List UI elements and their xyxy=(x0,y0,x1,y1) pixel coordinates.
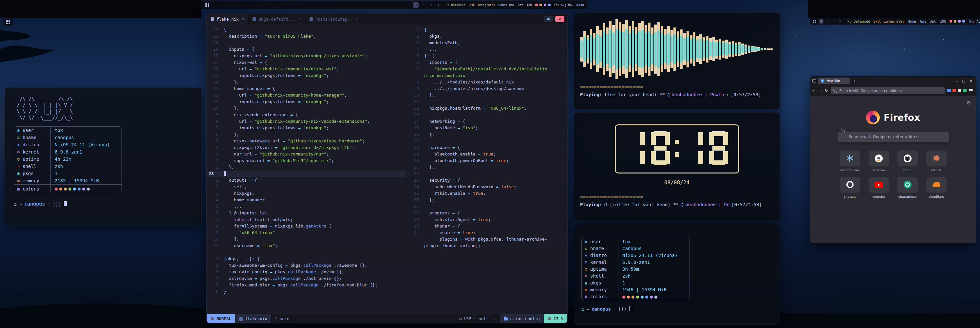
amazon-icon: a xyxy=(875,155,883,162)
code-line: 19 bluetooth.enable = true; xyxy=(407,151,567,157)
shortcut-tile-chatgpt[interactable]: chatgpt xyxy=(840,177,861,198)
personalize-gear-icon[interactable]: ⚙ xyxy=(966,100,970,105)
shortcut-tile-cloudflare[interactable]: cloudflare xyxy=(926,177,947,198)
launcher-icon[interactable] xyxy=(6,20,10,24)
workspace-4[interactable]: 4 xyxy=(436,2,441,8)
line-number: 10 xyxy=(207,105,218,112)
workspace-2[interactable]: 2 xyxy=(420,2,426,8)
status-widgets: P: Balanced GPU: Integrated Home: 8ms Ba… xyxy=(446,3,584,6)
visualizer-bar xyxy=(760,48,763,51)
line-number: 14 xyxy=(407,118,419,125)
visualizer-bar xyxy=(587,35,589,63)
code-line: 31 enable = true; xyxy=(407,230,567,236)
visualizer-bar xyxy=(745,44,747,54)
line-number: 17 xyxy=(407,138,419,144)
wifi-icon[interactable] xyxy=(963,20,965,22)
extension-icon-blue[interactable] xyxy=(947,89,951,92)
extension-icon-red[interactable] xyxy=(953,89,956,92)
home-icon: ⌂ xyxy=(581,306,584,312)
shortcut-tile-youtube[interactable]: youtube xyxy=(868,177,889,198)
workspace-1[interactable]: 1 xyxy=(819,19,823,24)
palette-dot xyxy=(64,188,67,190)
newtab-search-input[interactable] xyxy=(837,132,949,142)
workspace-3[interactable]: 3 xyxy=(832,19,836,24)
shortcut-label: search.nixos xyxy=(840,168,859,172)
new-tab-button[interactable]: + xyxy=(852,79,858,84)
close-button[interactable]: × xyxy=(970,79,972,83)
buffer-menu-button[interactable] xyxy=(544,16,553,22)
visualizer-bar xyxy=(735,43,738,55)
workspace-4[interactable]: 4 xyxy=(838,19,842,24)
extension-icon-green[interactable] xyxy=(963,89,967,92)
visualizer-bar xyxy=(596,26,599,72)
hname-icon: ⌂ xyxy=(14,135,22,140)
volume-icon[interactable] xyxy=(535,3,538,6)
shortcut-tile-search.nixos[interactable]: search.nixos xyxy=(840,151,861,172)
shortcut-tile-amazon[interactable]: aamazon xyxy=(868,151,889,172)
extension-icon-light[interactable] xyxy=(958,89,961,92)
visualizer-bar xyxy=(664,29,667,70)
volume-icon[interactable] xyxy=(950,20,952,22)
workspace-1[interactable]: 1 xyxy=(413,2,418,8)
minimize-button[interactable]: – xyxy=(956,79,958,83)
code-pane-pkgs[interactable]: 1{pkgs, ...}: {2 tux-awesome-wm-config =… xyxy=(207,254,567,314)
workspace-2[interactable]: 2 xyxy=(826,19,830,24)
tab-close-icon[interactable]: × xyxy=(299,17,301,22)
code-pane-flake[interactable]: 22{21 description = "tux's NixOS Flake";… xyxy=(207,25,407,254)
clock-status[interactable]: Thu Aug 08, 18:18 xyxy=(968,19,980,23)
line-number: 7 xyxy=(207,125,218,131)
shortcut-tile-claude[interactable]: claude xyxy=(926,151,947,172)
wifi-icon[interactable] xyxy=(548,3,550,6)
maximize-button[interactable]: ▢ xyxy=(962,79,965,83)
clock-panel[interactable]: 08/08/24 ======================> Playing… xyxy=(574,112,780,222)
address-bar[interactable]: Search with Google or enter address xyxy=(830,87,945,94)
launcher-icon[interactable] xyxy=(205,3,209,7)
tab-new-tab[interactable]: New Tab xyxy=(818,78,850,84)
tab-close-icon[interactable]: × xyxy=(242,17,245,22)
editor-tabline: flake.nix×pkgs/default...×hosts/isoImag.… xyxy=(207,13,567,25)
cava-visualizer-panel[interactable]: ======================> Playing:ffee for… xyxy=(574,13,780,109)
back-button[interactable]: ← xyxy=(813,89,816,93)
line-number: 4 xyxy=(407,46,419,53)
launcher-icon[interactable] xyxy=(813,20,816,23)
line-number: 2 xyxy=(207,184,218,190)
clock-status[interactable]: Thu Aug 08, 18:18 xyxy=(554,3,584,6)
tab-close-icon[interactable]: × xyxy=(356,17,358,22)
visualizer-bar xyxy=(715,40,718,59)
terminal-fetch-right[interactable]: ◉usertux⌂hnamecanopus◈distroNixOS 24.11 … xyxy=(574,225,780,325)
mic-icon[interactable] xyxy=(954,20,956,22)
close-window-button[interactable]: × xyxy=(555,16,564,22)
neovim-window[interactable]: flake.nix×pkgs/default...×hosts/isoImag.… xyxy=(206,13,568,323)
firefox-view-icon[interactable] xyxy=(812,79,816,82)
desktop: 1234 P: Balanced GPU: Integrated Home: 8… xyxy=(0,0,980,328)
code-pane-iso[interactable]: 1{2 pkgs,3 modulesPath,4 ...5}: {6 impor… xyxy=(407,25,567,254)
firefox-tabstrip: New Tab + – ▢ × xyxy=(810,77,976,85)
editor-tab-2[interactable]: hosts/isoImag..× xyxy=(305,13,362,25)
shortcut-tile-chat.openai[interactable]: chat.openai xyxy=(897,177,918,198)
palette-dot xyxy=(78,188,81,190)
arrow-icon: → xyxy=(586,306,589,312)
mic-icon[interactable] xyxy=(539,3,542,6)
terminal-fetch-left[interactable]: /\ /\ _ _ /\ /\ / / \ \| | | |\ V / \ \ … xyxy=(5,87,202,225)
fetch-row-uptime: ◔uptime4h 23m xyxy=(14,155,121,163)
reload-button[interactable]: ↻ xyxy=(825,89,828,93)
code-line: 3 modulesPath, xyxy=(407,40,567,46)
firefox-window[interactable]: New Tab + – ▢ × ← → ↻ Search with Google… xyxy=(810,76,976,244)
menu-icon[interactable] xyxy=(969,89,973,90)
dot-icon xyxy=(547,18,550,20)
forward-button[interactable]: → xyxy=(819,89,822,93)
power-profile-status: P: Balanced xyxy=(847,19,870,23)
line-number: 5 xyxy=(207,203,218,210)
code-line: 23 security = { xyxy=(407,177,567,184)
workspace-3[interactable]: 3 xyxy=(428,2,434,8)
editor-tab-0[interactable]: flake.nix× xyxy=(207,13,248,25)
editor-tab-1[interactable]: pkgs/default...× xyxy=(248,13,305,25)
line-number: 24 xyxy=(407,184,419,190)
code-line: 7 "${modulesPath}/installer/cd-dvd/insta… xyxy=(407,66,567,72)
night-light-icon[interactable] xyxy=(958,20,961,22)
night-light-icon[interactable] xyxy=(544,3,546,6)
shortcut-tile-github[interactable]: github xyxy=(897,151,918,172)
workspace-switcher: 1234 xyxy=(819,19,842,24)
visualizer-bar xyxy=(767,48,770,50)
code-line: 6 } @ inputs: let xyxy=(207,210,406,216)
